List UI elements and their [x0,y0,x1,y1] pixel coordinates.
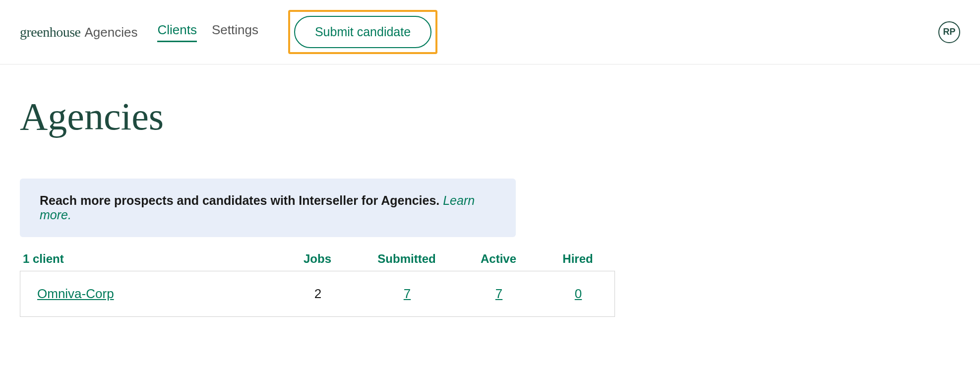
table-body: Omniva-Corp 2 7 7 0 [20,271,615,317]
col-header-jobs[interactable]: Jobs [278,252,357,266]
table-row: Omniva-Corp 2 7 7 0 [20,271,614,316]
submitted-link[interactable]: 7 [404,286,411,301]
active-link[interactable]: 7 [495,286,502,301]
nav-settings[interactable]: Settings [212,22,258,42]
top-nav: Clients Settings Submit candidate [157,10,437,54]
nav-clients[interactable]: Clients [157,22,196,42]
submit-highlight: Submit candidate [288,10,437,54]
logo-suffix: Agencies [85,25,138,40]
main-content: Agencies Reach more prospects and candid… [0,64,980,347]
logo-brand: greenhouse [20,24,81,40]
header: greenhouse Agencies Clients Settings Sub… [0,0,980,64]
hired-link[interactable]: 0 [575,286,582,301]
user-avatar[interactable]: RP [938,21,960,43]
clients-table: 1 client Jobs Submitted Active Hired Omn… [20,247,615,317]
cell-submitted: 7 [358,286,457,302]
col-header-submitted[interactable]: Submitted [357,252,456,266]
promo-banner: Reach more prospects and candidates with… [20,179,516,237]
cell-hired: 0 [541,286,615,302]
cell-client-name: Omniva-Corp [20,286,278,302]
cell-jobs: 2 [278,286,358,302]
submit-candidate-button[interactable]: Submit candidate [294,16,431,48]
col-header-name: 1 client [20,252,278,266]
logo[interactable]: greenhouse Agencies [20,24,137,40]
client-link[interactable]: Omniva-Corp [37,286,114,301]
col-header-hired[interactable]: Hired [541,252,615,266]
col-header-active[interactable]: Active [456,252,541,266]
table-header: 1 client Jobs Submitted Active Hired [20,247,615,271]
page-title: Agencies [20,94,960,139]
cell-active: 7 [457,286,541,302]
banner-text: Reach more prospects and candidates with… [40,193,439,207]
